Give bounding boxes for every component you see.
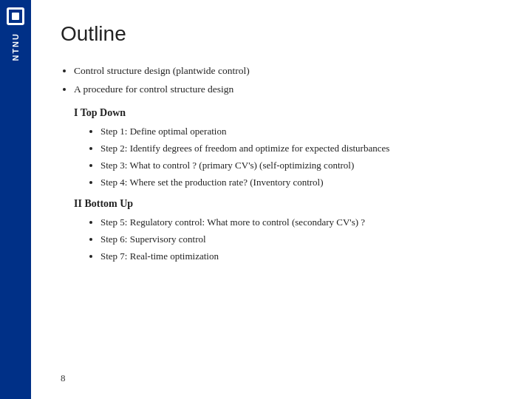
page-title: Outline xyxy=(61,22,502,46)
list-item: Step 5: Regulatory control: What more to… xyxy=(100,215,502,230)
content-area: Control structure design (plantwide cont… xyxy=(61,64,502,365)
list-item: Step 2: Identify degrees of freedom and … xyxy=(100,141,502,156)
main-content: Outline Control structure design (plantw… xyxy=(31,0,532,399)
logo-inner xyxy=(12,13,19,20)
list-item: Control structure design (plantwide cont… xyxy=(74,64,502,79)
logo-container: NTNU xyxy=(7,7,24,61)
top-bullets-list: Control structure design (plantwide cont… xyxy=(61,64,502,98)
section-i-heading: I Top Down xyxy=(74,105,502,121)
slide-number: 8 xyxy=(61,365,502,384)
list-item: A procedure for control structure design xyxy=(74,82,502,98)
logo-text: NTNU xyxy=(11,33,20,61)
list-item: Step 1: Define optimal operation xyxy=(100,124,502,139)
section-ii-bullets: Step 5: Regulatory control: What more to… xyxy=(61,215,502,264)
list-item: Step 4: Where set the production rate? (… xyxy=(100,175,502,190)
section-i-bullets: Step 1: Define optimal operation Step 2:… xyxy=(61,124,502,191)
sidebar: NTNU xyxy=(0,0,31,399)
logo-square xyxy=(7,7,24,25)
list-item: Step 6: Supervisory control xyxy=(100,232,502,247)
section-ii-heading: II Bottom Up xyxy=(74,196,502,212)
list-item: Step 3: What to control ? (primary CV's)… xyxy=(100,158,502,173)
list-item: Step 7: Real-time optimization xyxy=(100,249,502,264)
